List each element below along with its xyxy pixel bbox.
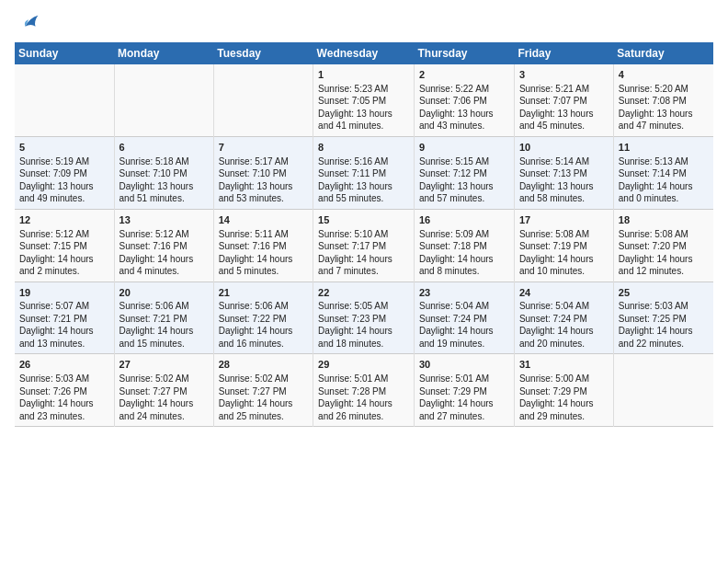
- day-info: and 41 minutes.: [318, 120, 409, 132]
- day-number: 26: [19, 358, 109, 372]
- day-info: Sunrise: 5:04 AM: [419, 300, 509, 313]
- day-info: and 0 minutes.: [619, 192, 709, 205]
- day-info: and 58 minutes.: [519, 192, 609, 205]
- calendar-cell: 19Sunrise: 5:07 AMSunset: 7:21 PMDayligh…: [15, 282, 114, 354]
- day-info: and 47 minutes.: [619, 120, 709, 132]
- day-info: Daylight: 14 hours: [619, 325, 709, 338]
- day-info: Sunrise: 5:00 AM: [519, 373, 609, 385]
- calendar-cell: 31Sunrise: 5:00 AMSunset: 7:29 PMDayligh…: [514, 354, 613, 427]
- day-info: Sunrise: 5:05 AM: [318, 300, 409, 313]
- day-info: Sunrise: 5:14 AM: [519, 155, 609, 168]
- day-info: and 12 minutes.: [619, 265, 709, 278]
- day-info: Sunrise: 5:22 AM: [419, 83, 509, 96]
- day-number: 18: [619, 213, 709, 227]
- day-number: 9: [419, 141, 509, 155]
- day-number: 24: [519, 286, 609, 300]
- calendar-cell: [613, 354, 713, 427]
- day-info: and 18 minutes.: [318, 338, 409, 350]
- calendar-cell: 24Sunrise: 5:04 AMSunset: 7:24 PMDayligh…: [514, 282, 613, 354]
- day-number: 3: [519, 68, 609, 82]
- day-number: 25: [619, 286, 709, 300]
- day-number: 30: [419, 358, 509, 372]
- day-info: and 49 minutes.: [19, 192, 109, 205]
- day-info: Daylight: 13 hours: [119, 180, 209, 193]
- day-number: 31: [519, 358, 609, 372]
- calendar-week-row: 12Sunrise: 5:12 AMSunset: 7:15 PMDayligh…: [15, 209, 713, 282]
- logo: [15, 11, 42, 37]
- calendar-cell: 26Sunrise: 5:03 AMSunset: 7:26 PMDayligh…: [15, 354, 114, 427]
- day-info: Sunrise: 5:06 AM: [219, 300, 308, 313]
- day-info: Daylight: 14 hours: [519, 325, 609, 338]
- day-info: Sunset: 7:16 PM: [119, 240, 209, 253]
- day-info: Sunset: 7:23 PM: [318, 313, 409, 326]
- day-info: Sunset: 7:20 PM: [619, 240, 709, 253]
- day-info: and 43 minutes.: [419, 120, 509, 132]
- day-info: Sunrise: 5:02 AM: [119, 373, 209, 385]
- calendar-cell: [15, 64, 114, 136]
- day-info: Sunset: 7:06 PM: [419, 95, 509, 108]
- day-info: Daylight: 14 hours: [219, 397, 308, 410]
- calendar-cell: 16Sunrise: 5:09 AMSunset: 7:18 PMDayligh…: [415, 209, 515, 282]
- day-info: Sunrise: 5:09 AM: [419, 228, 509, 241]
- calendar-cell: 29Sunrise: 5:01 AMSunset: 7:28 PMDayligh…: [313, 354, 415, 427]
- calendar-cell: 9Sunrise: 5:15 AMSunset: 7:12 PMDaylight…: [415, 136, 515, 209]
- calendar-cell: 18Sunrise: 5:08 AMSunset: 7:20 PMDayligh…: [613, 209, 713, 282]
- day-info: Sunrise: 5:02 AM: [219, 373, 308, 385]
- day-info: Daylight: 14 hours: [619, 253, 709, 266]
- day-info: Sunset: 7:11 PM: [318, 167, 409, 180]
- day-number: 22: [318, 286, 409, 300]
- day-info: Sunset: 7:05 PM: [318, 95, 409, 108]
- day-info: Daylight: 14 hours: [119, 253, 209, 266]
- weekday-header-sunday: Sunday: [15, 42, 114, 64]
- calendar-cell: 14Sunrise: 5:11 AMSunset: 7:16 PMDayligh…: [213, 209, 313, 282]
- day-number: 16: [419, 213, 509, 227]
- calendar-cell: 2Sunrise: 5:22 AMSunset: 7:06 PMDaylight…: [415, 64, 515, 136]
- day-info: and 22 minutes.: [619, 338, 709, 350]
- day-info: Daylight: 13 hours: [519, 180, 609, 193]
- day-number: 19: [19, 286, 109, 300]
- weekday-header-monday: Monday: [114, 42, 213, 64]
- calendar-cell: 8Sunrise: 5:16 AMSunset: 7:11 PMDaylight…: [313, 136, 415, 209]
- calendar-cell: 12Sunrise: 5:12 AMSunset: 7:15 PMDayligh…: [15, 209, 114, 282]
- day-info: and 25 minutes.: [219, 410, 308, 423]
- calendar-cell: 7Sunrise: 5:17 AMSunset: 7:10 PMDaylight…: [213, 136, 313, 209]
- day-info: Daylight: 14 hours: [19, 325, 109, 338]
- day-info: Sunrise: 5:06 AM: [119, 300, 209, 313]
- day-info: and 8 minutes.: [419, 265, 509, 278]
- weekday-header-wednesday: Wednesday: [313, 42, 415, 64]
- day-info: Sunset: 7:13 PM: [519, 167, 609, 180]
- day-info: Sunrise: 5:19 AM: [19, 155, 109, 168]
- day-info: Sunrise: 5:07 AM: [19, 300, 109, 313]
- day-info: Sunrise: 5:13 AM: [619, 155, 709, 168]
- day-info: Sunrise: 5:11 AM: [219, 228, 308, 241]
- day-info: Daylight: 14 hours: [419, 325, 509, 338]
- day-info: Sunrise: 5:01 AM: [419, 373, 509, 385]
- calendar-cell: [213, 64, 313, 136]
- day-info: and 16 minutes.: [219, 338, 308, 350]
- day-info: Sunset: 7:15 PM: [19, 240, 109, 253]
- calendar-cell: 15Sunrise: 5:10 AMSunset: 7:17 PMDayligh…: [313, 209, 415, 282]
- day-info: Sunset: 7:24 PM: [419, 313, 509, 326]
- day-info: Sunset: 7:10 PM: [119, 167, 209, 180]
- day-info: Sunset: 7:19 PM: [519, 240, 609, 253]
- weekday-header-tuesday: Tuesday: [213, 42, 313, 64]
- day-info: Daylight: 14 hours: [19, 397, 109, 410]
- calendar-cell: 13Sunrise: 5:12 AMSunset: 7:16 PMDayligh…: [114, 209, 213, 282]
- day-info: Daylight: 13 hours: [318, 108, 409, 121]
- day-info: Sunrise: 5:04 AM: [519, 300, 609, 313]
- day-info: Sunset: 7:27 PM: [119, 385, 209, 398]
- calendar-cell: 1Sunrise: 5:23 AMSunset: 7:05 PMDaylight…: [313, 64, 415, 136]
- day-info: Sunset: 7:17 PM: [318, 240, 409, 253]
- day-info: Sunrise: 5:10 AM: [318, 228, 409, 241]
- day-info: Sunrise: 5:21 AM: [519, 83, 609, 96]
- day-number: 6: [119, 141, 209, 155]
- calendar-cell: 30Sunrise: 5:01 AMSunset: 7:29 PMDayligh…: [415, 354, 515, 427]
- day-info: Sunset: 7:27 PM: [219, 385, 308, 398]
- day-info: Daylight: 14 hours: [419, 397, 509, 410]
- day-number: 11: [619, 141, 709, 155]
- day-info: Daylight: 14 hours: [419, 253, 509, 266]
- day-info: Daylight: 14 hours: [519, 397, 609, 410]
- logo-bird-icon: [17, 11, 42, 37]
- day-number: 4: [619, 68, 709, 82]
- day-number: 13: [119, 213, 209, 227]
